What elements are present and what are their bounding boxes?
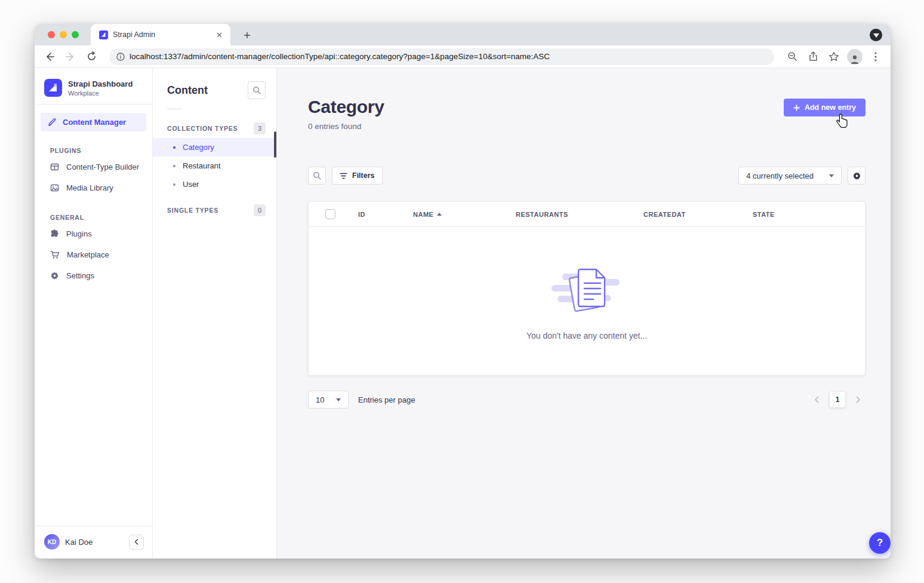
sidebar-section-general: GENERAL: [50, 214, 152, 221]
sidebar-footer: KD Kai Doe: [35, 526, 152, 559]
entries-per-page-label: Entries per page: [358, 395, 415, 404]
subnav-item-user[interactable]: User: [153, 175, 276, 194]
search-icon: [252, 86, 261, 94]
strapi-favicon-icon: [99, 30, 108, 39]
pen-icon: [48, 118, 57, 127]
column-header-state[interactable]: STATE: [753, 211, 865, 218]
filters-button[interactable]: Filters: [332, 167, 383, 185]
column-header-restaurants[interactable]: RESTAURANTS: [516, 211, 643, 218]
fields-selected-dropdown[interactable]: 4 currently selected: [738, 167, 842, 185]
table-header-row: ID NAME RESTAURANTS CREATEDAT STATE: [309, 202, 865, 227]
browser-tab[interactable]: Strapi Admin: [91, 24, 230, 45]
previous-page-button[interactable]: [809, 392, 824, 407]
maximize-window-button[interactable]: [72, 31, 79, 38]
entries-found-text: 0 entries found: [308, 122, 384, 131]
url-bar[interactable]: localhost:1337/admin/content-manager/col…: [109, 48, 774, 65]
entries-table: ID NAME RESTAURANTS CREATEDAT STATE: [308, 201, 866, 376]
sidebar-item-content-manager[interactable]: Content Manager: [41, 113, 146, 131]
subnav-item-restaurant[interactable]: Restaurant: [153, 157, 276, 175]
layout-icon: [50, 162, 59, 171]
page-number-button[interactable]: 1: [830, 392, 845, 407]
gear-icon: [852, 171, 861, 180]
column-header-id[interactable]: ID: [358, 211, 413, 218]
main-content: Category 0 entries found Add new entry: [277, 68, 891, 559]
user-avatar[interactable]: KD: [44, 534, 60, 550]
chevron-down-icon: [829, 174, 834, 177]
gear-icon: [50, 271, 59, 280]
sidebar-item-label: Content-Type Builder: [66, 162, 139, 171]
share-icon[interactable]: [805, 49, 821, 65]
window-controls: [48, 31, 79, 38]
empty-state: You don't have any content yet...: [309, 227, 865, 375]
bullet-icon: [173, 146, 175, 149]
column-label: ID: [358, 211, 365, 218]
bullet-icon: [173, 183, 175, 186]
filters-label: Filters: [352, 171, 375, 180]
collection-types-count-badge: 3: [254, 122, 266, 134]
record-indicator-icon[interactable]: [870, 29, 882, 41]
workspace-subtitle: Workplace: [68, 90, 133, 97]
workspace-title: Strapi Dashboard: [68, 79, 133, 88]
table-search-button[interactable]: [308, 167, 326, 185]
help-button[interactable]: ?: [869, 532, 891, 554]
sidebar-item-label: Media Library: [66, 183, 113, 192]
sidebar-item-content-type-builder[interactable]: Content-Type Builder: [35, 157, 152, 177]
page-size-value: 10: [316, 395, 324, 404]
forward-button[interactable]: [63, 49, 78, 65]
subnav-search-button[interactable]: [248, 81, 266, 99]
browser-toolbar: localhost:1337/admin/content-manager/col…: [35, 45, 891, 68]
sidebar-item-plugins[interactable]: Plugins: [35, 223, 152, 244]
sidebar-item-label: Content Manager: [63, 118, 126, 127]
select-all-checkbox[interactable]: [325, 209, 335, 219]
main-sidebar: Strapi Dashboard Workplace Content Manag…: [35, 68, 153, 559]
sidebar-item-label: Marketplace: [67, 250, 109, 259]
next-page-button[interactable]: [851, 392, 866, 407]
tab-close-icon[interactable]: [214, 30, 224, 40]
browser-window: Strapi Admin localhost:1337/admin/conten…: [35, 24, 891, 559]
subnav-item-category[interactable]: Category: [153, 138, 276, 157]
site-info-icon[interactable]: [116, 53, 125, 61]
page-size-select[interactable]: 10: [308, 391, 349, 409]
empty-documents-illustration: [550, 262, 623, 317]
strapi-app: Strapi Dashboard Workplace Content Manag…: [35, 68, 891, 559]
collection-types-label: COLLECTION TYPES: [167, 125, 238, 132]
new-tab-button[interactable]: [240, 28, 254, 42]
sidebar-item-marketplace[interactable]: Marketplace: [35, 244, 152, 265]
column-header-createdat[interactable]: CREATEDAT: [643, 211, 753, 218]
sidebar-item-media-library[interactable]: Media Library: [35, 177, 152, 198]
url-text[interactable]: localhost:1337/admin/content-manager/col…: [130, 52, 550, 61]
subnav-divider: [167, 109, 181, 109]
subnav-item-label: Category: [183, 143, 214, 152]
sidebar-item-label: Plugins: [66, 229, 92, 238]
back-button[interactable]: [42, 49, 57, 65]
close-window-button[interactable]: [48, 31, 55, 38]
minimize-window-button[interactable]: [60, 31, 67, 38]
single-types-label: SINGLE TYPES: [167, 207, 218, 214]
column-header-name[interactable]: NAME: [413, 211, 516, 218]
page-title: Category: [308, 97, 384, 117]
subnav-item-label: User: [183, 180, 199, 189]
sidebar-divider: [35, 104, 152, 105]
browser-titlebar: Strapi Admin: [35, 24, 891, 45]
collapse-sidebar-button[interactable]: [129, 535, 144, 550]
add-new-entry-button[interactable]: Add new entry: [784, 99, 866, 116]
subnav-item-label: Restaurant: [183, 161, 221, 170]
subnav-scrollbar[interactable]: [274, 131, 276, 158]
content-subnav: Content COLLECTION TYPES 3 Category Rest…: [153, 68, 277, 559]
strapi-logo-icon: [44, 79, 62, 97]
bookmark-star-icon[interactable]: [826, 49, 842, 65]
sidebar-item-settings[interactable]: Settings: [35, 265, 152, 286]
image-icon: [50, 183, 59, 192]
workspace-brand[interactable]: Strapi Dashboard Workplace: [35, 68, 152, 104]
puzzle-icon: [50, 229, 59, 238]
reload-button[interactable]: [84, 49, 99, 65]
user-name: Kai Doe: [65, 538, 124, 547]
single-types-count-badge: 0: [254, 204, 266, 216]
plus-icon: [793, 105, 800, 111]
browser-menu-icon[interactable]: [868, 49, 883, 65]
view-settings-button[interactable]: [848, 167, 866, 185]
sidebar-section-plugins: PLUGINS: [50, 147, 152, 154]
zoom-icon[interactable]: [784, 49, 800, 65]
browser-profile-avatar[interactable]: [847, 49, 863, 65]
tab-title: Strapi Admin: [113, 30, 210, 39]
